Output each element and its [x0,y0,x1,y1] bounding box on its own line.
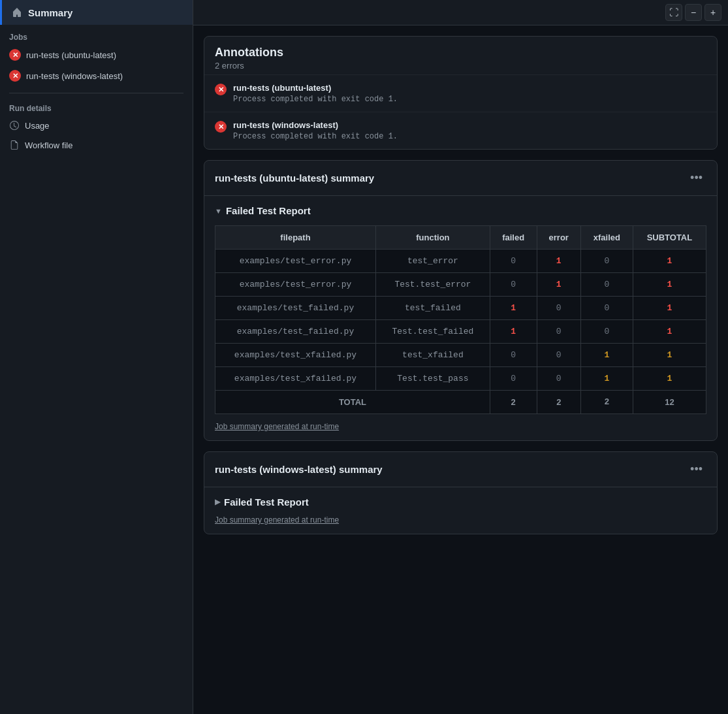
cell-xfailed: 0 [581,297,633,320]
th-failed: failed [490,226,537,250]
cell-filepath: examples/test_xfailed.py [215,367,376,391]
annotation-item-windows: ✕ run-tests (windows-latest) Process com… [204,112,717,149]
annotation-job-windows: run-tests (windows-latest) [233,120,398,130]
table-row: examples/test_xfailed.py test_xfailed 0 … [215,344,706,367]
windows-summary-card: run-tests (windows-latest) summary ••• ▶… [204,451,718,534]
cell-total-error: 2 [537,391,581,414]
windows-report-title: Failed Test Report [224,496,309,508]
ubuntu-test-table: filepath function failed error xfailed S… [215,225,706,414]
cell-subtotal: 1 [633,273,706,297]
cell-error: 0 [537,297,581,320]
table-row: examples/test_error.py Test.test_error 0… [215,273,706,297]
sidebar-item-summary[interactable]: Summary [0,0,193,25]
th-function: function [375,226,490,250]
ubuntu-card-header: run-tests (ubuntu-latest) summary ••• [204,161,717,196]
cell-failed: 1 [490,320,537,344]
cell-xfailed: 0 [581,250,633,273]
annotation-msg-windows: Process completed with exit code 1. [233,132,398,141]
cell-total-label: TOTAL [215,391,490,414]
annotation-job-ubuntu: run-tests (ubuntu-latest) [233,83,398,93]
cell-function: test_xfailed [375,344,490,367]
table-header-row: filepath function failed error xfailed S… [215,226,706,250]
run-details-label: Run details [0,100,193,116]
cell-xfailed: 1 [581,367,633,391]
table-row: examples/test_failed.py test_failed 1 0 … [215,297,706,320]
cell-xfailed: 0 [581,320,633,344]
cell-filepath: examples/test_failed.py [215,297,376,320]
windows-test-report-section: ▶ Failed Test Report Job summary generat… [204,487,717,534]
cell-filepath: examples/test_failed.py [215,320,376,344]
sidebar-divider [9,93,183,93]
cell-total-failed: 2 [490,391,537,414]
cell-subtotal: 1 [633,320,706,344]
sidebar-job-windows-label: run-tests (windows-latest) [26,71,123,81]
ubuntu-report-title: Failed Test Report [226,205,311,216]
cell-xfailed: 0 [581,273,633,297]
fullscreen-button[interactable]: ⛶ [665,4,682,21]
sidebar: Summary Jobs ✕ run-tests (ubuntu-latest)… [0,0,193,714]
clock-icon [9,120,20,131]
sidebar-jobs-section: Jobs [0,25,193,44]
error-circle-windows: ✕ [215,121,227,133]
expand-icon: ▶ [215,498,220,506]
cell-error: 0 [537,367,581,391]
windows-report-toggle[interactable]: ▶ Failed Test Report [215,496,706,508]
table-total-row: TOTAL 2 2 2 12 [215,391,706,414]
annotations-header: Annotations 2 errors [204,37,717,74]
cell-failed: 0 [490,344,537,367]
cell-function: test_failed [375,297,490,320]
th-xfailed: xfailed [581,226,633,250]
cell-total-subtotal: 12 [633,391,706,414]
home-icon [11,7,23,18]
maximize-button[interactable]: + [704,4,721,21]
top-bar: ⛶ − + [193,0,728,25]
cell-filepath: examples/test_error.py [215,273,376,297]
cell-error: 1 [537,250,581,273]
ubuntu-job-summary-link[interactable]: Job summary generated at run-time [215,422,339,431]
sidebar-job-ubuntu[interactable]: ✕ run-tests (ubuntu-latest) [0,44,193,65]
cell-error: 0 [537,344,581,367]
ubuntu-report-toggle[interactable]: ▼ Failed Test Report [215,205,706,216]
table-row: examples/test_failed.py Test.test_failed… [215,320,706,344]
windows-job-summary-link[interactable]: Job summary generated at run-time [215,515,339,525]
cell-failed: 0 [490,273,537,297]
minimize-button[interactable]: − [685,4,702,21]
cell-subtotal: 1 [633,250,706,273]
cell-failed: 0 [490,367,537,391]
sidebar-summary-label: Summary [28,7,72,18]
sidebar-usage-item[interactable]: Usage [0,116,193,135]
file-icon [9,140,20,150]
sidebar-job-windows[interactable]: ✕ run-tests (windows-latest) [0,65,193,86]
cell-filepath: examples/test_error.py [215,250,376,273]
cell-xfailed: 1 [581,344,633,367]
main-content: ⛶ − + Annotations 2 errors ✕ run-tests (… [193,0,728,714]
th-error: error [537,226,581,250]
windows-more-options-button[interactable]: ••• [686,461,706,478]
sidebar-job-ubuntu-label: run-tests (ubuntu-latest) [26,50,116,60]
annotation-msg-ubuntu: Process completed with exit code 1. [233,95,398,104]
table-row: examples/test_xfailed.py Test.test_pass … [215,367,706,391]
annotations-title: Annotations [215,46,706,59]
cell-subtotal: 1 [633,367,706,391]
ubuntu-test-report-section: ▼ Failed Test Report filepath function f… [204,196,717,440]
error-circle-ubuntu: ✕ [215,84,227,95]
annotation-item-ubuntu: ✕ run-tests (ubuntu-latest) Process comp… [204,74,717,112]
cell-function: Test.test_failed [375,320,490,344]
annotation-content-ubuntu: run-tests (ubuntu-latest) Process comple… [233,83,398,104]
error-icon-windows: ✕ [9,70,21,82]
cell-failed: 0 [490,250,537,273]
cell-function: Test.test_pass [375,367,490,391]
annotations-subtitle: 2 errors [215,61,706,71]
cell-function: test_error [375,250,490,273]
ubuntu-more-options-button[interactable]: ••• [686,170,706,186]
annotation-content-windows: run-tests (windows-latest) Process compl… [233,120,398,141]
cell-subtotal: 1 [633,344,706,367]
th-subtotal: SUBTOTAL [633,226,706,250]
cell-filepath: examples/test_xfailed.py [215,344,376,367]
windows-card-title: run-tests (windows-latest) summary [215,464,383,475]
sidebar-workflow-file-item[interactable]: Workflow file [0,135,193,155]
cell-function: Test.test_error [375,273,490,297]
workflow-file-label: Workflow file [25,140,72,150]
th-filepath: filepath [215,226,376,250]
annotations-card: Annotations 2 errors ✕ run-tests (ubuntu… [204,36,718,150]
